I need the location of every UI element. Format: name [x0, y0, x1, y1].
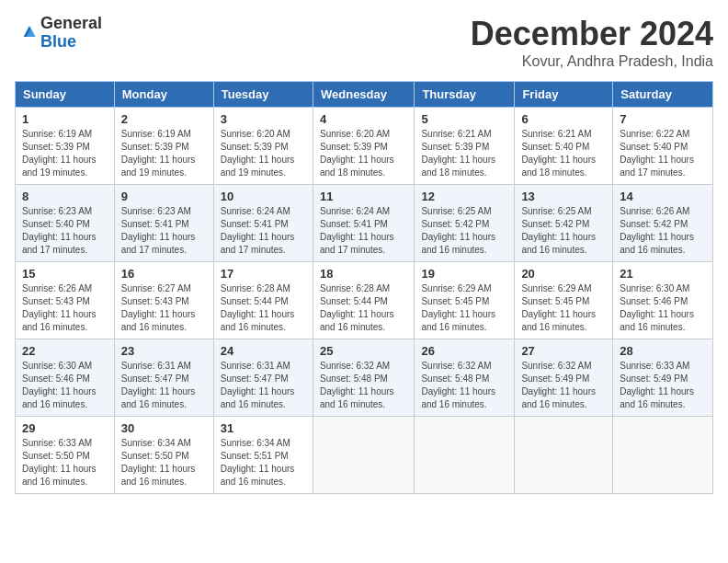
table-row: 17Sunrise: 6:28 AM Sunset: 5:44 PM Dayli… [213, 262, 313, 339]
table-row: 8Sunrise: 6:23 AM Sunset: 5:40 PM Daylig… [16, 185, 115, 262]
calendar-table: Sunday Monday Tuesday Wednesday Thursday… [15, 81, 713, 494]
day-number: 20 [521, 267, 606, 281]
table-row: 15Sunrise: 6:26 AM Sunset: 5:43 PM Dayli… [16, 262, 115, 339]
table-row: 9Sunrise: 6:23 AM Sunset: 5:41 PM Daylig… [114, 185, 213, 262]
day-info: Sunrise: 6:24 AM Sunset: 5:41 PM Dayligh… [320, 205, 407, 257]
day-info: Sunrise: 6:26 AM Sunset: 5:42 PM Dayligh… [620, 205, 706, 257]
day-info: Sunrise: 6:21 AM Sunset: 5:39 PM Dayligh… [421, 128, 507, 179]
col-wednesday: Wednesday [313, 82, 414, 108]
day-number: 27 [521, 344, 606, 358]
day-info: Sunrise: 6:23 AM Sunset: 5:41 PM Dayligh… [121, 205, 207, 257]
day-number: 18 [320, 267, 407, 281]
table-row: 24Sunrise: 6:31 AM Sunset: 5:47 PM Dayli… [213, 339, 313, 417]
table-row: 16Sunrise: 6:27 AM Sunset: 5:43 PM Dayli… [114, 262, 213, 339]
col-thursday: Thursday [415, 82, 515, 108]
col-friday: Friday [515, 82, 613, 108]
day-info: Sunrise: 6:29 AM Sunset: 5:45 PM Dayligh… [521, 282, 606, 334]
day-info: Sunrise: 6:33 AM Sunset: 5:49 PM Dayligh… [620, 360, 706, 411]
day-number: 17 [221, 267, 306, 281]
day-info: Sunrise: 6:24 AM Sunset: 5:41 PM Dayligh… [221, 205, 306, 257]
table-row: 23Sunrise: 6:31 AM Sunset: 5:47 PM Dayli… [114, 339, 213, 417]
table-row [415, 417, 515, 494]
calendar-header-row: Sunday Monday Tuesday Wednesday Thursday… [16, 82, 713, 108]
table-row: 11Sunrise: 6:24 AM Sunset: 5:41 PM Dayli… [313, 185, 414, 262]
day-number: 13 [521, 190, 606, 203]
table-row: 20Sunrise: 6:29 AM Sunset: 5:45 PM Dayli… [515, 262, 613, 339]
day-info: Sunrise: 6:25 AM Sunset: 5:42 PM Dayligh… [421, 205, 507, 257]
day-info: Sunrise: 6:31 AM Sunset: 5:47 PM Dayligh… [221, 360, 306, 411]
table-row: 1Sunrise: 6:19 AM Sunset: 5:39 PM Daylig… [16, 108, 115, 185]
day-info: Sunrise: 6:19 AM Sunset: 5:39 PM Dayligh… [121, 128, 207, 179]
day-number: 9 [121, 190, 207, 203]
table-row: 25Sunrise: 6:32 AM Sunset: 5:48 PM Dayli… [313, 339, 414, 417]
day-info: Sunrise: 6:19 AM Sunset: 5:39 PM Dayligh… [22, 128, 108, 179]
day-info: Sunrise: 6:34 AM Sunset: 5:51 PM Dayligh… [221, 437, 306, 488]
day-number: 10 [221, 190, 306, 203]
day-number: 4 [320, 112, 407, 126]
logo-text: General Blue [40, 15, 102, 52]
day-info: Sunrise: 6:29 AM Sunset: 5:45 PM Dayligh… [421, 282, 507, 334]
day-number: 11 [320, 190, 407, 203]
logo-icon [15, 22, 37, 44]
day-number: 6 [521, 112, 606, 126]
day-info: Sunrise: 6:28 AM Sunset: 5:44 PM Dayligh… [221, 282, 306, 334]
day-info: Sunrise: 6:30 AM Sunset: 5:46 PM Dayligh… [620, 282, 706, 334]
day-info: Sunrise: 6:22 AM Sunset: 5:40 PM Dayligh… [620, 128, 706, 179]
table-row: 31Sunrise: 6:34 AM Sunset: 5:51 PM Dayli… [213, 417, 313, 494]
day-number: 5 [421, 112, 507, 126]
day-number: 16 [121, 267, 207, 281]
table-row: 18Sunrise: 6:28 AM Sunset: 5:44 PM Dayli… [313, 262, 414, 339]
day-info: Sunrise: 6:25 AM Sunset: 5:42 PM Dayligh… [521, 205, 606, 257]
day-number: 30 [121, 421, 207, 435]
day-info: Sunrise: 6:26 AM Sunset: 5:43 PM Dayligh… [22, 282, 108, 334]
table-row: 4Sunrise: 6:20 AM Sunset: 5:39 PM Daylig… [313, 108, 414, 185]
day-info: Sunrise: 6:31 AM Sunset: 5:47 PM Dayligh… [121, 360, 207, 411]
day-info: Sunrise: 6:32 AM Sunset: 5:49 PM Dayligh… [521, 360, 606, 411]
day-number: 26 [421, 344, 507, 358]
table-row: 28Sunrise: 6:33 AM Sunset: 5:49 PM Dayli… [613, 339, 713, 417]
day-number: 29 [22, 421, 108, 435]
day-info: Sunrise: 6:20 AM Sunset: 5:39 PM Dayligh… [221, 128, 306, 179]
day-number: 3 [221, 112, 306, 126]
table-row [613, 417, 713, 494]
table-row: 2Sunrise: 6:19 AM Sunset: 5:39 PM Daylig… [114, 108, 213, 185]
day-number: 22 [22, 344, 108, 358]
table-row: 22Sunrise: 6:30 AM Sunset: 5:46 PM Dayli… [16, 339, 115, 417]
table-row: 3Sunrise: 6:20 AM Sunset: 5:39 PM Daylig… [213, 108, 313, 185]
logo: General Blue [15, 15, 102, 52]
day-info: Sunrise: 6:20 AM Sunset: 5:39 PM Dayligh… [320, 128, 407, 179]
day-info: Sunrise: 6:34 AM Sunset: 5:50 PM Dayligh… [121, 437, 207, 488]
table-row: 5Sunrise: 6:21 AM Sunset: 5:39 PM Daylig… [415, 108, 515, 185]
calendar-week-row: 8Sunrise: 6:23 AM Sunset: 5:40 PM Daylig… [16, 185, 713, 262]
calendar-week-row: 15Sunrise: 6:26 AM Sunset: 5:43 PM Dayli… [16, 262, 713, 339]
col-monday: Monday [114, 82, 213, 108]
day-number: 14 [620, 190, 706, 203]
table-row: 19Sunrise: 6:29 AM Sunset: 5:45 PM Dayli… [415, 262, 515, 339]
table-row: 6Sunrise: 6:21 AM Sunset: 5:40 PM Daylig… [515, 108, 613, 185]
day-number: 12 [421, 190, 507, 203]
day-info: Sunrise: 6:32 AM Sunset: 5:48 PM Dayligh… [320, 360, 407, 411]
page-header: General Blue December 2024 Kovur, Andhra… [15, 15, 713, 70]
day-number: 21 [620, 267, 706, 281]
day-number: 31 [221, 421, 306, 435]
title-block: December 2024 Kovur, Andhra Pradesh, Ind… [471, 15, 713, 70]
table-row [313, 417, 414, 494]
table-row: 10Sunrise: 6:24 AM Sunset: 5:41 PM Dayli… [213, 185, 313, 262]
day-number: 19 [421, 267, 507, 281]
table-row: 13Sunrise: 6:25 AM Sunset: 5:42 PM Dayli… [515, 185, 613, 262]
day-number: 7 [620, 112, 706, 126]
col-tuesday: Tuesday [213, 82, 313, 108]
col-sunday: Sunday [16, 82, 115, 108]
table-row: 12Sunrise: 6:25 AM Sunset: 5:42 PM Dayli… [415, 185, 515, 262]
month-title: December 2024 [471, 15, 713, 53]
day-info: Sunrise: 6:21 AM Sunset: 5:40 PM Dayligh… [521, 128, 606, 179]
day-info: Sunrise: 6:28 AM Sunset: 5:44 PM Dayligh… [320, 282, 407, 334]
table-row: 21Sunrise: 6:30 AM Sunset: 5:46 PM Dayli… [613, 262, 713, 339]
table-row: 26Sunrise: 6:32 AM Sunset: 5:48 PM Dayli… [415, 339, 515, 417]
location: Kovur, Andhra Pradesh, India [471, 53, 713, 70]
day-info: Sunrise: 6:32 AM Sunset: 5:48 PM Dayligh… [421, 360, 507, 411]
table-row: 7Sunrise: 6:22 AM Sunset: 5:40 PM Daylig… [613, 108, 713, 185]
table-row [515, 417, 613, 494]
table-row: 27Sunrise: 6:32 AM Sunset: 5:49 PM Dayli… [515, 339, 613, 417]
day-number: 24 [221, 344, 306, 358]
